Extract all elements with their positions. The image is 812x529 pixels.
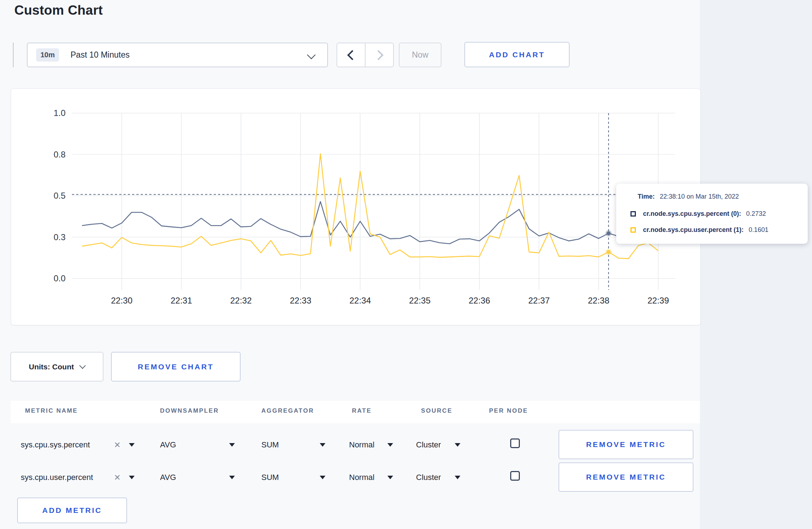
- svg-text:0.3: 0.3: [54, 232, 66, 242]
- col-header-per-node: PER NODE: [489, 407, 528, 414]
- remove-metric-button[interactable]: REMOVE METRIC: [559, 430, 693, 459]
- svg-text:22:31: 22:31: [170, 296, 192, 305]
- chart-card: 1.00.80.50.30.022:3022:3122:3222:3322:34…: [11, 88, 701, 325]
- metric-name-caret-icon[interactable]: [129, 461, 135, 494]
- metric-name-caret-icon[interactable]: [129, 429, 135, 461]
- aggregator-select[interactable]: SUM: [261, 429, 279, 461]
- tooltip-time-row: Time: 22:38:10 on Mar 15th, 2022: [630, 193, 739, 200]
- time-series-chart[interactable]: 1.00.80.50.30.022:3022:3122:3222:3322:34…: [11, 89, 700, 325]
- remove-metric-x-icon[interactable]: ✕: [114, 461, 121, 494]
- source-caret-icon[interactable]: [455, 429, 460, 461]
- aggregator-caret-icon[interactable]: [320, 461, 325, 494]
- tooltip-series-value: 0.2732: [746, 210, 766, 218]
- next-time-button[interactable]: [366, 43, 393, 67]
- tooltip-series-row: cr.node.sys.cpu.user.percent (1): 0.1601: [630, 226, 768, 234]
- metric-name-value[interactable]: sys.cpu.user.percent: [21, 461, 93, 494]
- svg-text:22:30: 22:30: [111, 296, 132, 305]
- remove-metric-button[interactable]: REMOVE METRIC: [559, 462, 693, 492]
- svg-text:22:38: 22:38: [588, 296, 609, 305]
- chevron-down-icon: [307, 50, 315, 59]
- prev-time-button[interactable]: [337, 43, 366, 67]
- series-swatch-icon: [630, 227, 636, 233]
- time-range-dropdown[interactable]: 10m Past 10 Minutes: [27, 43, 328, 67]
- units-dropdown[interactable]: Units: Count: [10, 352, 103, 382]
- svg-text:1.0: 1.0: [54, 108, 66, 118]
- downsampler-select[interactable]: AVG: [160, 461, 176, 494]
- units-label: Units: Count: [29, 363, 74, 371]
- downsampler-caret-icon[interactable]: [229, 429, 235, 461]
- svg-text:22:36: 22:36: [469, 296, 490, 305]
- rate-select[interactable]: Normal: [349, 429, 374, 461]
- time-range-label: Past 10 Minutes: [71, 50, 130, 60]
- downsampler-caret-icon[interactable]: [229, 461, 235, 494]
- svg-text:22:33: 22:33: [290, 296, 311, 305]
- source-select[interactable]: Cluster: [416, 429, 441, 461]
- chevron-left-icon: [347, 50, 357, 60]
- svg-text:22:34: 22:34: [349, 296, 371, 305]
- custom-chart-page: Custom Chart 10m Past 10 Minutes Now ADD…: [0, 0, 812, 529]
- chart-tooltip: Time: 22:38:10 on Mar 15th, 2022 cr.node…: [616, 184, 808, 244]
- col-header-aggregator: AGGREGATOR: [261, 407, 314, 414]
- rate-caret-icon[interactable]: [387, 429, 393, 461]
- tooltip-series-name: cr.node.sys.cpu.sys.percent (0):: [643, 210, 741, 218]
- metric-row: sys.cpu.user.percent ✕ AVG SUM Normal Cl…: [11, 461, 700, 494]
- svg-text:22:39: 22:39: [647, 296, 669, 305]
- svg-text:0.8: 0.8: [54, 150, 66, 159]
- metric-name-value[interactable]: sys.cpu.sys.percent: [21, 429, 90, 461]
- time-nav-group: [337, 43, 394, 67]
- per-node-checkbox[interactable]: [510, 471, 520, 481]
- page-title: Custom Chart: [14, 3, 103, 18]
- aggregator-caret-icon[interactable]: [320, 429, 325, 461]
- remove-metric-x-icon[interactable]: ✕: [114, 429, 121, 461]
- tooltip-series-row: cr.node.sys.cpu.sys.percent (0): 0.2732: [630, 210, 766, 218]
- tooltip-time-label: Time:: [638, 193, 655, 200]
- rate-select[interactable]: Normal: [349, 461, 374, 494]
- downsampler-select[interactable]: AVG: [160, 429, 176, 461]
- svg-text:22:37: 22:37: [528, 296, 550, 305]
- metric-row: sys.cpu.sys.percent ✕ AVG SUM Normal Clu…: [11, 429, 700, 461]
- now-button[interactable]: Now: [399, 43, 441, 67]
- chevron-right-icon: [373, 50, 383, 60]
- svg-text:22:32: 22:32: [230, 296, 252, 305]
- rate-caret-icon[interactable]: [387, 461, 393, 494]
- chevron-down-icon: [79, 362, 86, 369]
- add-metric-button[interactable]: ADD METRIC: [17, 498, 127, 523]
- source-caret-icon[interactable]: [455, 461, 460, 494]
- col-header-source: SOURCE: [421, 407, 453, 414]
- series-swatch-icon: [630, 211, 636, 217]
- col-header-metric-name: METRIC NAME: [25, 407, 78, 414]
- source-select[interactable]: Cluster: [416, 461, 441, 494]
- add-chart-button[interactable]: ADD CHART: [464, 42, 570, 67]
- aggregator-select[interactable]: SUM: [261, 461, 279, 494]
- col-header-rate: RATE: [352, 407, 372, 414]
- tooltip-time-value: 22:38:10 on Mar 15th, 2022: [660, 193, 739, 200]
- per-node-checkbox[interactable]: [510, 438, 520, 448]
- metrics-table-header: METRIC NAME DOWNSAMPLER AGGREGATOR RATE …: [11, 401, 700, 423]
- toolbar-divider: [13, 43, 14, 67]
- tooltip-series-name: cr.node.sys.cpu.user.percent (1):: [643, 226, 744, 234]
- remove-chart-button[interactable]: REMOVE CHART: [111, 352, 241, 382]
- time-range-badge: 10m: [36, 48, 59, 62]
- svg-text:0.5: 0.5: [54, 191, 66, 200]
- col-header-downsampler: DOWNSAMPLER: [160, 407, 219, 414]
- svg-text:0.0: 0.0: [54, 273, 66, 283]
- tooltip-series-value: 0.1601: [749, 226, 768, 234]
- svg-text:22:35: 22:35: [409, 296, 430, 305]
